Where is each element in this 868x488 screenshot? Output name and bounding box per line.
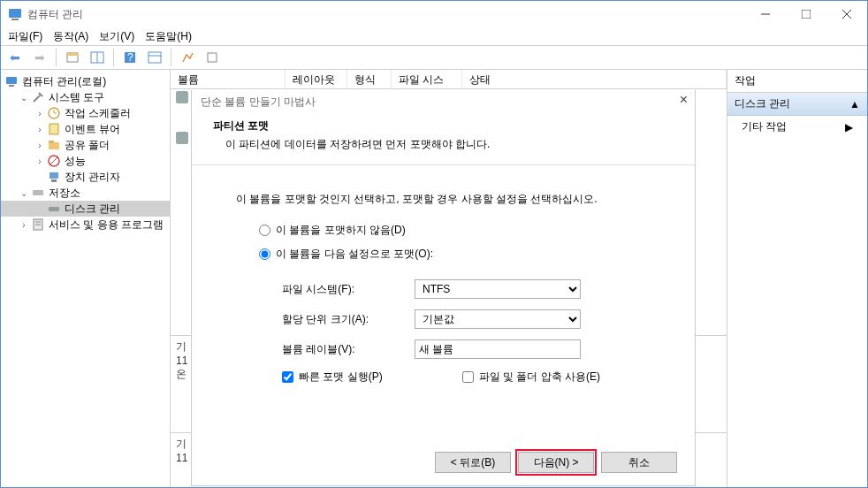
actions-more[interactable]: 기타 작업 ▶ [727,116,867,138]
filesystem-select[interactable]: NTFS [415,279,581,299]
services-icon [31,217,45,232]
svg-rect-25 [49,172,58,179]
tree-performance[interactable]: › 성능 [1,153,170,169]
actions-panel: 작업 디스크 관리 ▲ 기타 작업 ▶ [727,70,867,487]
compress-input[interactable] [462,371,474,383]
wizard-buttons: < 뒤로(B) 다음(N) > 취소 [435,452,677,473]
forward-arrow-icon: ➡ [34,50,45,65]
tree-panel: 컴퓨터 관리(로컬) ⌄ 시스템 도구 › 작업 스케줄러 › 이벤트 뷰어 ›… [1,70,171,487]
quick-format-checkbox[interactable]: 빠른 포맷 실행(P) [282,370,383,385]
radio-no-format[interactable]: 이 볼륨을 포맷하지 않음(D) [259,223,651,238]
svg-rect-27 [33,190,43,195]
tree-disk-management[interactable]: › 디스크 관리 [1,201,170,217]
menu-file[interactable]: 파일(F) [8,29,42,44]
next-button[interactable]: 다음(N) > [518,452,594,473]
window-title: 컴퓨터 관리 [27,7,745,22]
tools-icon [31,90,45,104]
menu-action[interactable]: 동작(A) [53,29,88,44]
svg-rect-0 [9,9,21,18]
svg-point-29 [57,208,58,210]
tree-shared-folders[interactable]: › 공유 폴더 [1,137,170,153]
computer-icon [4,74,19,88]
svg-rect-22 [49,141,54,143]
back-arrow-icon: ⬅ [10,50,20,65]
wizard-close-button[interactable]: × [680,92,688,108]
svg-rect-7 [67,53,78,56]
tree-system-tools[interactable]: ⌄ 시스템 도구 [1,89,170,105]
svg-rect-1 [11,19,19,20]
collapse-icon[interactable]: ⌄ [19,188,29,198]
titlebar: 컴퓨터 관리 [1,1,867,27]
app-icon [8,7,22,21]
volume-icon [176,132,188,144]
radio-format-input[interactable] [259,248,270,260]
minimize-button[interactable] [745,1,786,27]
wizard-title: 단순 볼륨 만들기 마법사 [201,95,316,110]
tree-storage[interactable]: ⌄ 저장소 [1,185,170,201]
toolbar-btn-2[interactable] [87,48,108,67]
wizard-subheading: 이 파티션에 데이터를 저장하려면 먼저 포맷해야 합니다. [213,137,674,152]
close-button[interactable] [826,1,867,27]
actions-section[interactable]: 디스크 관리 ▲ [727,93,867,116]
svg-line-24 [49,156,58,165]
svg-rect-14 [208,53,217,62]
col-volume[interactable]: 볼륨 [171,70,286,88]
svg-rect-26 [51,179,57,182]
allocation-row: 할당 단위 크기(A): 기본값 [236,309,651,329]
volume-label-input[interactable] [415,339,581,359]
filesystem-row: 파일 시스템(F): NTFS [236,279,651,299]
quick-format-input[interactable] [282,371,293,383]
compress-checkbox[interactable]: 파일 및 폴더 압축 사용(E) [462,370,600,385]
submenu-arrow-icon: ▶ [845,121,853,133]
expand-icon[interactable]: › [34,141,45,150]
tree-services[interactable]: › 서비스 및 응용 프로그램 [1,217,170,233]
volume-label-label: 볼륨 레이블(V): [282,342,415,357]
menu-help[interactable]: 도움말(H) [145,29,192,44]
col-layout[interactable]: 레이아웃 [286,70,347,88]
device-manager-icon [47,170,61,184]
tree-event-viewer[interactable]: › 이벤트 뷰어 [1,121,170,137]
wizard-body: 이 볼륨을 포맷할 것인지 선택하고, 포맷할 경우 사용할 설정을 선택하십시… [192,165,695,411]
collapse-icon[interactable]: ⌄ [19,93,29,103]
allocation-select[interactable]: 기본값 [415,309,581,329]
menu-view[interactable]: 보기(V) [99,29,134,44]
svg-rect-20 [49,124,58,134]
back-button[interactable]: ⬅ [4,48,26,67]
toolbar-btn-4[interactable] [177,48,198,67]
col-fs[interactable]: 파일 시스템 [392,70,462,88]
radio-format[interactable]: 이 볼륨을 다음 설정으로 포맷(O): [259,247,651,262]
toolbar-btn-5[interactable] [202,48,223,67]
toolbar-btn-3[interactable] [144,48,165,67]
back-button[interactable]: < 뒤로(B) [435,452,511,473]
svg-rect-21 [49,142,59,149]
maximize-button[interactable] [786,1,826,27]
wizard-instruction: 이 볼륨을 포맷할 것인지 선택하고, 포맷할 경우 사용할 설정을 선택하십시… [236,192,651,207]
svg-rect-3 [802,10,811,19]
help-button[interactable]: ? [119,48,141,67]
tree-root[interactable]: 컴퓨터 관리(로컬) [1,73,170,89]
expand-icon[interactable]: › [34,109,45,118]
svg-rect-15 [6,77,17,84]
tree-scheduler[interactable]: › 작업 스케줄러 [1,105,170,121]
column-headers: 볼륨 레이아웃 형식 파일 시스템 상태 [171,70,727,89]
wizard-heading: 파티션 포맷 [213,118,674,133]
toolbar-btn-1[interactable] [62,48,83,67]
shared-folders-icon [47,138,61,152]
forward-button[interactable]: ➡ [29,48,50,67]
toolbar: ⬅ ➡ ? [1,45,867,70]
expand-icon[interactable]: › [19,220,29,230]
col-type[interactable]: 형식 [347,70,392,88]
performance-icon [47,154,61,168]
svg-rect-12 [148,52,161,63]
expand-icon[interactable]: › [34,125,45,134]
cancel-button[interactable]: 취소 [601,452,677,473]
checkbox-row: 빠른 포맷 실행(P) 파일 및 폴더 압축 사용(E) [236,370,651,385]
menubar: 파일(F) 동작(A) 보기(V) 도움말(H) [1,27,867,45]
expand-icon[interactable]: › [34,156,45,166]
svg-text:?: ? [127,51,133,64]
tree-device-manager[interactable]: › 장치 관리자 [1,169,170,185]
actions-header: 작업 [727,70,867,93]
col-status[interactable]: 상태 [462,70,727,88]
radio-no-format-input[interactable] [259,225,270,236]
volume-label-row: 볼륨 레이블(V): [236,339,651,359]
